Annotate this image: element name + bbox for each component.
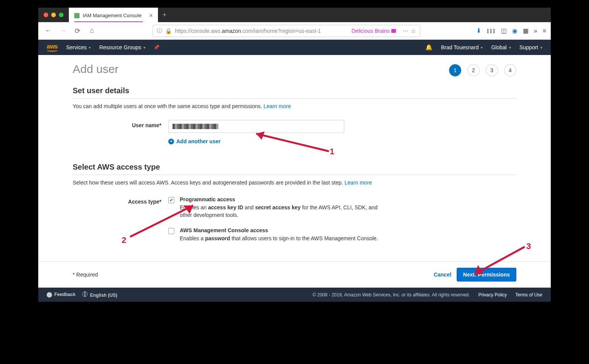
pin-icon[interactable]: 📌 [154, 45, 159, 50]
aws-logo[interactable]: aws [47, 43, 58, 52]
cancel-button[interactable]: Cancel [428, 269, 457, 281]
required-note: * Required [73, 272, 98, 278]
app-grid-icon[interactable]: ▦ [523, 27, 529, 34]
section-access-type-heading: Select AWS access type [73, 163, 516, 175]
tab-favicon [74, 13, 80, 18]
browser-tab[interactable]: IAM Management Console × [69, 8, 158, 22]
learn-more-link[interactable]: Learn more [264, 103, 291, 109]
console-access-checkbox[interactable] [168, 228, 174, 234]
notifications-icon[interactable]: 🔔 [425, 44, 433, 51]
sidebar-icon[interactable]: ◫ [501, 27, 507, 34]
services-menu[interactable]: Services▾ [66, 44, 91, 50]
info-icon: ⓘ [157, 28, 162, 34]
home-button[interactable]: ⌂ [86, 26, 97, 36]
titlebar: IAM Management Console × + [38, 8, 551, 22]
url-text: https://console.aws.amazon.com/iam/home?… [175, 28, 321, 34]
console-access-desc: Enables a password that allows users to … [180, 235, 378, 243]
window-controls [38, 13, 69, 17]
language-selector[interactable]: English (US) [82, 291, 117, 298]
speech-bubble-icon [47, 292, 52, 298]
reload-button[interactable]: ⟳ [72, 26, 83, 36]
username-value-redacted [172, 124, 218, 129]
section-user-details-sub: You can add multiple users at once with … [73, 103, 516, 109]
bookmark-star-icon[interactable]: ☆ [411, 28, 416, 34]
library-icon[interactable]: ⫿⫿⫿ [486, 28, 496, 34]
back-button[interactable]: ← [43, 26, 54, 36]
browser-window: IAM Management Console × + ← → ⟳ ⌂ ⓘ 🔒 h… [38, 8, 551, 302]
terms-link[interactable]: Terms of Use [515, 292, 542, 298]
tab-close-button[interactable]: × [149, 12, 153, 19]
aws-footer: Feedback English (US) © 2008 - 2018, Ama… [38, 288, 551, 302]
url-brand-badge: Delicious Brains [351, 28, 396, 34]
plus-circle-icon: + [168, 139, 174, 144]
main-content: 1 2 3 4 Add user Set user details You ca… [38, 55, 551, 261]
account-menu[interactable]: Brad Touesnard▾ [441, 44, 483, 50]
feedback-link[interactable]: Feedback [47, 292, 75, 298]
programmatic-access-checkbox[interactable]: ✔ [168, 197, 174, 203]
privacy-link[interactable]: Privacy Policy [478, 292, 507, 298]
aws-header: aws Services▾ Resource Groups▾ 📌 🔔 Brad … [38, 40, 551, 55]
copyright-text: © 2008 - 2018, Amazon Web Services, Inc.… [312, 292, 470, 298]
new-tab-button[interactable]: + [158, 8, 171, 22]
downloads-icon[interactable]: ⬇ [476, 27, 481, 34]
username-label: User name* [73, 120, 168, 128]
extension-icon[interactable]: ◉ [512, 27, 517, 34]
console-access-title: AWS Management Console access [180, 227, 378, 233]
section-user-details-heading: Set user details [73, 86, 516, 99]
programmatic-access-title: Programmatic access [180, 196, 386, 202]
globe-icon [82, 291, 88, 297]
next-permissions-button[interactable]: Next: Permissions [457, 268, 516, 281]
menu-icon[interactable]: ≡ [543, 28, 546, 34]
overflow-icon[interactable]: » [534, 28, 537, 34]
support-menu[interactable]: Support▾ [519, 44, 542, 50]
resource-groups-menu[interactable]: Resource Groups▾ [99, 44, 145, 50]
access-type-label: Access type* [73, 196, 168, 205]
step-4: 4 [504, 64, 516, 76]
forward-button[interactable]: → [57, 26, 68, 36]
region-menu[interactable]: Global▾ [491, 44, 511, 50]
programmatic-access-desc: Enables an access key ID and secret acce… [180, 204, 386, 219]
step-2: 2 [467, 64, 480, 76]
access-type-row: Access type* ✔ Programmatic access Enabl… [73, 196, 516, 251]
toolbar-icons: ⬇ ⫿⫿⫿ ◫ ◉ ▦ » ≡ [476, 27, 546, 34]
page-actions-icon[interactable]: ⋯ [403, 28, 408, 34]
tab-title: IAM Management Console [83, 13, 142, 18]
step-1[interactable]: 1 [449, 64, 461, 76]
close-window-button[interactable] [44, 13, 48, 17]
toolbar: ← → ⟳ ⌂ ⓘ 🔒 https://console.aws.amazon.c… [38, 22, 551, 40]
lock-icon: 🔒 [165, 28, 172, 34]
minimize-window-button[interactable] [51, 13, 56, 17]
username-row: User name* + Add another user [73, 120, 516, 144]
maximize-window-button[interactable] [59, 13, 63, 17]
console-access-option: AWS Management Console access Enables a … [168, 227, 516, 243]
programmatic-access-option: ✔ Programmatic access Enables an access … [168, 196, 516, 219]
section-access-type-sub: Select how these users will access AWS. … [73, 180, 516, 186]
button-bar: * Required Cancel Next: Permissions [38, 261, 551, 288]
wizard-steps: 1 2 3 4 [449, 64, 516, 76]
learn-more-link-2[interactable]: Learn more [345, 180, 372, 186]
username-input[interactable] [168, 120, 344, 133]
add-another-user-link[interactable]: + Add another user [168, 138, 516, 144]
step-3: 3 [486, 64, 498, 76]
address-bar[interactable]: ⓘ 🔒 https://console.aws.amazon.com/iam/h… [153, 25, 420, 37]
